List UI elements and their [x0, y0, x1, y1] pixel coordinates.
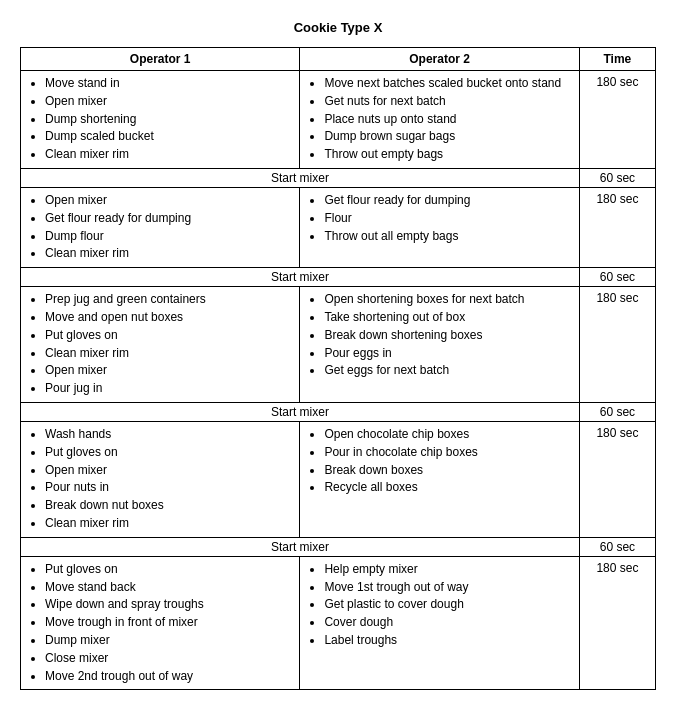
separator-row: Start mixer60 sec	[21, 168, 656, 187]
list-item: Put gloves on	[45, 327, 293, 344]
list-item: Pour nuts in	[45, 479, 293, 496]
list-item: Prep jug and green containers	[45, 291, 293, 308]
list-item: Put gloves on	[45, 444, 293, 461]
list-item: Dump mixer	[45, 632, 293, 649]
page: Cookie Type X Operator 1 Operator 2 Time…	[20, 20, 656, 690]
op2-list: Open chocolate chip boxesPour in chocola…	[306, 426, 572, 496]
op2-cell: Move next batches scaled bucket onto sta…	[300, 71, 579, 169]
list-item: Move stand back	[45, 579, 293, 596]
list-item: Close mixer	[45, 650, 293, 667]
time-cell: 180 sec	[579, 187, 655, 267]
time-cell: 180 sec	[579, 556, 655, 690]
list-item: Open shortening boxes for next batch	[324, 291, 572, 308]
separator-label: Start mixer	[21, 268, 580, 287]
list-item: Open mixer	[45, 462, 293, 479]
list-item: Get eggs for next batch	[324, 362, 572, 379]
list-item: Dump shortening	[45, 111, 293, 128]
list-item: Get plastic to cover dough	[324, 596, 572, 613]
header-op1: Operator 1	[21, 48, 300, 71]
list-item: Open mixer	[45, 362, 293, 379]
list-item: Wipe down and spray troughs	[45, 596, 293, 613]
list-item: Clean mixer rim	[45, 245, 293, 262]
list-item: Put gloves on	[45, 561, 293, 578]
table-row: Prep jug and green containersMove and op…	[21, 287, 656, 403]
main-table: Operator 1 Operator 2 Time Move stand in…	[20, 47, 656, 690]
op2-list: Help empty mixerMove 1st trough out of w…	[306, 561, 572, 649]
header-time: Time	[579, 48, 655, 71]
op1-list: Open mixerGet flour ready for dumpingDum…	[27, 192, 293, 262]
table-row: Wash handsPut gloves onOpen mixerPour nu…	[21, 421, 656, 537]
time-cell: 180 sec	[579, 421, 655, 537]
op1-list: Move stand inOpen mixerDump shorteningDu…	[27, 75, 293, 163]
separator-time: 60 sec	[579, 268, 655, 287]
list-item: Pour in chocolate chip boxes	[324, 444, 572, 461]
op2-cell: Help empty mixerMove 1st trough out of w…	[300, 556, 579, 690]
list-item: Get flour ready for dumping	[45, 210, 293, 227]
separator-row: Start mixer60 sec	[21, 537, 656, 556]
separator-label: Start mixer	[21, 168, 580, 187]
list-item: Open chocolate chip boxes	[324, 426, 572, 443]
list-item: Move next batches scaled bucket onto sta…	[324, 75, 572, 92]
list-item: Dump brown sugar bags	[324, 128, 572, 145]
list-item: Throw out all empty bags	[324, 228, 572, 245]
list-item: Get flour ready for dumping	[324, 192, 572, 209]
list-item: Break down shortening boxes	[324, 327, 572, 344]
op1-list: Put gloves onMove stand backWipe down an…	[27, 561, 293, 685]
table-row: Open mixerGet flour ready for dumpingDum…	[21, 187, 656, 267]
list-item: Help empty mixer	[324, 561, 572, 578]
op2-cell: Get flour ready for dumpingFlourThrow ou…	[300, 187, 579, 267]
table-row: Move stand inOpen mixerDump shorteningDu…	[21, 71, 656, 169]
page-title: Cookie Type X	[20, 20, 656, 35]
separator-row: Start mixer60 sec	[21, 268, 656, 287]
op2-cell: Open shortening boxes for next batchTake…	[300, 287, 579, 403]
list-item: Label troughs	[324, 632, 572, 649]
list-item: Dump flour	[45, 228, 293, 245]
list-item: Move stand in	[45, 75, 293, 92]
op1-cell: Open mixerGet flour ready for dumpingDum…	[21, 187, 300, 267]
list-item: Move and open nut boxes	[45, 309, 293, 326]
list-item: Move trough in front of mixer	[45, 614, 293, 631]
op2-list: Open shortening boxes for next batchTake…	[306, 291, 572, 379]
list-item: Move 2nd trough out of way	[45, 668, 293, 685]
op1-cell: Put gloves onMove stand backWipe down an…	[21, 556, 300, 690]
separator-time: 60 sec	[579, 168, 655, 187]
op1-cell: Prep jug and green containersMove and op…	[21, 287, 300, 403]
op1-list: Prep jug and green containersMove and op…	[27, 291, 293, 397]
separator-label: Start mixer	[21, 402, 580, 421]
separator-label: Start mixer	[21, 537, 580, 556]
list-item: Flour	[324, 210, 572, 227]
separator-time: 60 sec	[579, 537, 655, 556]
list-item: Pour eggs in	[324, 345, 572, 362]
list-item: Take shortening out of box	[324, 309, 572, 326]
list-item: Get nuts for next batch	[324, 93, 572, 110]
list-item: Move 1st trough out of way	[324, 579, 572, 596]
header-op2: Operator 2	[300, 48, 579, 71]
op2-cell: Open chocolate chip boxesPour in chocola…	[300, 421, 579, 537]
list-item: Clean mixer rim	[45, 345, 293, 362]
list-item: Wash hands	[45, 426, 293, 443]
list-item: Pour jug in	[45, 380, 293, 397]
list-item: Recycle all boxes	[324, 479, 572, 496]
op2-list: Get flour ready for dumpingFlourThrow ou…	[306, 192, 572, 244]
list-item: Clean mixer rim	[45, 146, 293, 163]
time-cell: 180 sec	[579, 71, 655, 169]
table-row: Put gloves onMove stand backWipe down an…	[21, 556, 656, 690]
list-item: Break down boxes	[324, 462, 572, 479]
list-item: Break down nut boxes	[45, 497, 293, 514]
list-item: Throw out empty bags	[324, 146, 572, 163]
list-item: Cover dough	[324, 614, 572, 631]
list-item: Dump scaled bucket	[45, 128, 293, 145]
op1-cell: Wash handsPut gloves onOpen mixerPour nu…	[21, 421, 300, 537]
list-item: Open mixer	[45, 192, 293, 209]
op1-cell: Move stand inOpen mixerDump shorteningDu…	[21, 71, 300, 169]
separator-row: Start mixer60 sec	[21, 402, 656, 421]
time-cell: 180 sec	[579, 287, 655, 403]
list-item: Open mixer	[45, 93, 293, 110]
list-item: Place nuts up onto stand	[324, 111, 572, 128]
op1-list: Wash handsPut gloves onOpen mixerPour nu…	[27, 426, 293, 532]
separator-time: 60 sec	[579, 402, 655, 421]
list-item: Clean mixer rim	[45, 515, 293, 532]
op2-list: Move next batches scaled bucket onto sta…	[306, 75, 572, 163]
